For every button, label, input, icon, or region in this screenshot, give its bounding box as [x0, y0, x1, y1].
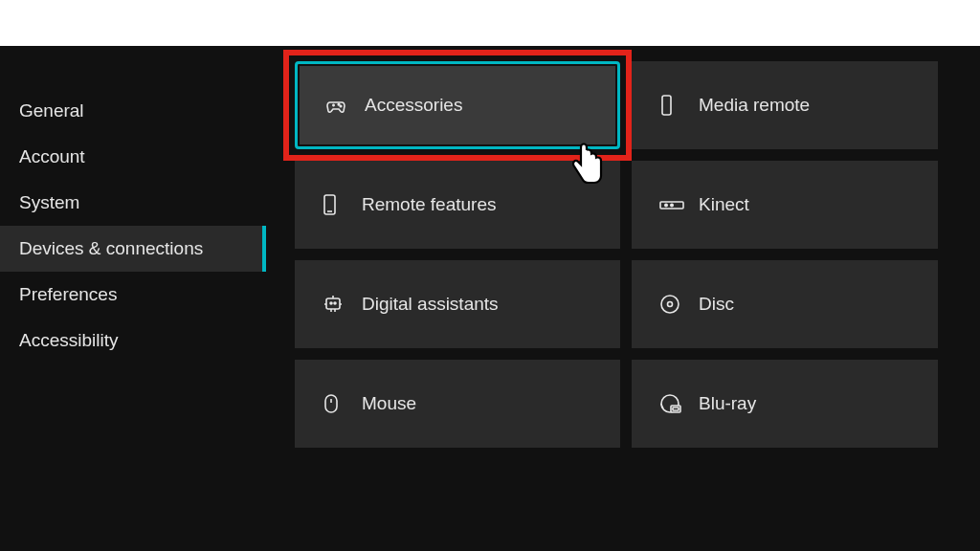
tile-label: Remote features [362, 194, 496, 215]
settings-sidebar: General Account System Devices & connect… [0, 46, 266, 551]
tile-remote-features[interactable]: Remote features [295, 161, 620, 249]
sidebar-item-label: Account [19, 146, 85, 167]
tile-label: Digital assistants [362, 294, 499, 315]
svg-point-9 [330, 302, 332, 304]
sidebar-item-general[interactable]: General [0, 88, 266, 134]
tile-kinect[interactable]: Kinect [632, 161, 938, 249]
tile-accessories[interactable]: Accessories [295, 61, 620, 149]
svg-point-10 [334, 302, 336, 304]
tiles-grid: Accessories Media remote [295, 61, 980, 448]
tile-label: Accessories [365, 95, 462, 116]
disc-icon [658, 293, 693, 316]
sidebar-item-label: Preferences [19, 284, 117, 305]
settings-main: Accessories Media remote [266, 46, 980, 551]
sidebar-item-accessibility[interactable]: Accessibility [0, 318, 266, 364]
sidebar-item-label: General [19, 100, 84, 121]
svg-point-0 [338, 103, 340, 105]
tile-label: Disc [699, 294, 734, 315]
tile-digital-assistants[interactable]: Digital assistants [295, 260, 620, 348]
sidebar-item-label: Devices & connections [19, 238, 203, 259]
sidebar-item-devices-connections[interactable]: Devices & connections [0, 226, 266, 272]
sidebar-item-label: Accessibility [19, 330, 118, 351]
tile-media-remote[interactable]: Media remote [632, 61, 938, 149]
tile-label: Kinect [699, 194, 749, 215]
tile-label: Mouse [362, 393, 416, 414]
svg-point-1 [340, 105, 342, 107]
svg-rect-18 [325, 395, 337, 412]
annotation-highlight: Accessories [283, 50, 632, 161]
svg-point-6 [665, 204, 667, 206]
svg-point-16 [661, 296, 679, 313]
controller-icon [324, 94, 359, 117]
remote-icon [658, 94, 693, 117]
sidebar-item-system[interactable]: System [0, 180, 266, 226]
sidebar-item-account[interactable]: Account [0, 134, 266, 180]
tile-mouse[interactable]: Mouse [295, 360, 620, 448]
phone-icon [322, 193, 356, 216]
tile-label: Blu-ray [699, 393, 756, 414]
sidebar-item-preferences[interactable]: Preferences [0, 272, 266, 318]
settings-window: General Account System Devices & connect… [0, 46, 980, 551]
tile-blu-ray[interactable]: Blu-ray [632, 360, 938, 448]
svg-point-7 [671, 204, 673, 206]
blu-ray-icon [658, 392, 693, 415]
kinect-icon [658, 193, 693, 216]
mouse-icon [322, 392, 356, 415]
svg-rect-2 [662, 96, 671, 115]
svg-rect-8 [326, 298, 340, 309]
tile-disc[interactable]: Disc [632, 260, 938, 348]
assistant-icon [322, 293, 356, 316]
sidebar-item-label: System [19, 192, 79, 213]
svg-point-17 [668, 302, 673, 307]
tile-label: Media remote [699, 95, 810, 116]
